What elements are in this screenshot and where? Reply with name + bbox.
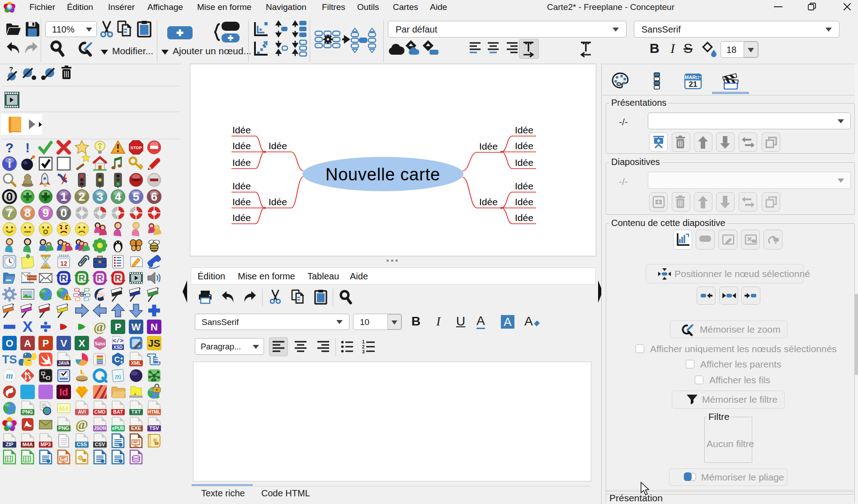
svg-text:P: P xyxy=(42,338,49,349)
svg-text:ZIP: ZIP xyxy=(5,442,13,447)
svg-text:2: 2 xyxy=(362,344,365,349)
svg-text:12: 12 xyxy=(60,260,67,267)
svg-text:XSD: XSD xyxy=(113,345,123,350)
svg-text:@: @ xyxy=(94,319,106,334)
svg-text:1: 1 xyxy=(362,339,365,344)
svg-text:Sass: Sass xyxy=(94,340,105,347)
svg-text:Idée: Idée xyxy=(515,181,533,191)
svg-text:PNG: PNG xyxy=(58,425,69,431)
svg-text:2: 2 xyxy=(79,190,85,203)
svg-text:W: W xyxy=(132,321,141,333)
svg-text:P: P xyxy=(115,321,122,333)
svg-text:MP3: MP3 xyxy=(41,442,51,447)
svg-text:JSON: JSON xyxy=(94,426,106,431)
svg-text:XML: XML xyxy=(131,360,141,366)
svg-text:CMD: CMD xyxy=(94,409,105,415)
svg-text:TSV: TSV xyxy=(149,425,159,431)
svg-text:9: 9 xyxy=(42,206,49,220)
svg-text:JS: JS xyxy=(148,338,160,349)
svg-text:0: 0 xyxy=(61,206,67,220)
svg-text:!: ! xyxy=(25,140,30,155)
svg-text:Idée: Idée xyxy=(479,197,498,207)
svg-text:Nouvelle carte: Nouvelle carte xyxy=(325,165,440,184)
svg-text:Idée: Idée xyxy=(515,157,533,168)
svg-text:?: ? xyxy=(9,65,13,73)
svg-text:7: 7 xyxy=(6,206,13,220)
svg-text:ePUB: ePUB xyxy=(112,426,124,431)
svg-text:Idée: Idée xyxy=(232,197,251,207)
svg-text:N: N xyxy=(151,321,158,333)
svg-text:X: X xyxy=(79,338,85,349)
svg-text:BAT: BAT xyxy=(113,409,123,415)
svg-text:6: 6 xyxy=(151,190,157,203)
svg-text:R: R xyxy=(61,273,67,283)
svg-text:M4A: M4A xyxy=(22,442,33,447)
svg-text:R: R xyxy=(97,273,104,283)
svg-text:Idée: Idée xyxy=(515,197,533,207)
svg-text:@: @ xyxy=(75,417,88,432)
svg-text:Idée: Idée xyxy=(269,141,287,151)
svg-text:TS: TS xyxy=(2,353,17,366)
svg-text:8: 8 xyxy=(24,206,31,220)
svg-text:MAR: MAR xyxy=(684,75,696,80)
svg-text:4: 4 xyxy=(115,190,122,203)
svg-text:5: 5 xyxy=(133,190,139,203)
svg-text:CSV: CSV xyxy=(95,442,105,447)
svg-text:HTML: HTML xyxy=(148,410,160,415)
svg-text:i: i xyxy=(8,157,11,170)
svg-text:Idée: Idée xyxy=(479,141,498,151)
svg-text:TXT: TXT xyxy=(132,409,141,415)
svg-text:Idée: Idée xyxy=(232,125,251,135)
svg-text:Idée: Idée xyxy=(515,125,533,135)
svg-text:X: X xyxy=(23,318,33,335)
svg-text:Idée: Idée xyxy=(232,181,251,191)
svg-text:R: R xyxy=(79,273,85,283)
svg-text:1: 1 xyxy=(61,190,67,203)
svg-text:Idée: Idée xyxy=(232,157,251,168)
svg-text:EXE: EXE xyxy=(131,425,141,431)
svg-text:21: 21 xyxy=(689,80,698,89)
svg-text:C: C xyxy=(114,355,120,364)
svg-text:PNG: PNG xyxy=(22,409,33,415)
svg-text:</>: </> xyxy=(113,338,123,344)
svg-text:JAVA: JAVA xyxy=(58,361,69,366)
svg-text:Idée: Idée xyxy=(232,212,251,223)
svg-text:Idée: Idée xyxy=(515,212,533,223)
svg-text:R: R xyxy=(115,273,122,283)
svg-text:m: m xyxy=(115,372,121,381)
svg-text:3: 3 xyxy=(362,349,365,354)
svg-text:3: 3 xyxy=(97,190,103,203)
svg-text:AVI: AVI xyxy=(78,409,86,415)
svg-text:O: O xyxy=(5,338,13,349)
svg-text:?: ? xyxy=(5,140,14,155)
svg-text:A: A xyxy=(24,338,31,349)
svg-text:m: m xyxy=(6,371,13,381)
svg-text:Idée: Idée xyxy=(269,197,287,207)
svg-text:V: V xyxy=(61,338,67,349)
svg-text:M4: M4 xyxy=(59,405,69,412)
svg-text:0: 0 xyxy=(6,190,13,203)
svg-text:Idée: Idée xyxy=(232,141,251,151)
svg-text:Idée: Idée xyxy=(515,141,533,151)
svg-text:STOP: STOP xyxy=(130,145,142,150)
svg-text:Id: Id xyxy=(59,386,68,398)
svg-text:CSS: CSS xyxy=(77,442,87,447)
